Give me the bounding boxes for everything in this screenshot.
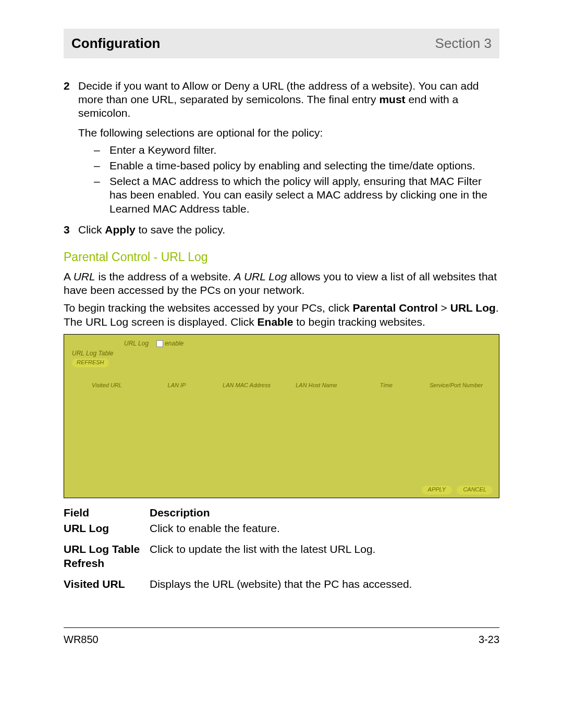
field-description-table: Field Description URL Log Click to enabl… [64,506,499,591]
table-header-desc: Description [150,506,499,520]
dash-mark: – [78,159,109,172]
desc-url-log-table-refresh: Click to update the list with the latest… [150,542,499,570]
refresh-button[interactable]: REFRESH [72,359,109,367]
field-visited-url: Visited URL [64,577,150,591]
step3-c: to save the policy. [136,224,225,236]
col-lan-ip: LAN IP [142,382,212,389]
step3-a: Click [78,224,105,236]
field-url-log-table-refresh: URL Log Table Refresh [64,542,150,570]
dash3-text: Select a MAC address to which the policy… [109,175,499,216]
col-lan-mac: LAN MAC Address [212,382,282,389]
desc-url-log: Click to enable the feature. [150,522,499,535]
field-url-log: URL Log [64,522,150,535]
col-service-port: Service/Port Number [421,382,491,389]
step-3: 3 Click Apply to save the policy. [64,223,499,237]
header-title: Configuration [71,35,160,52]
p1-b: URL [74,270,95,282]
url-log-screenshot: URL Log enable URL Log Table REFRESH Vis… [64,334,499,498]
p1-c: is the address of a website. [95,270,234,282]
enable-label: enable [165,340,183,347]
dash-mark: – [78,175,109,216]
step2-options-intro: The following selections are optional fo… [78,126,499,140]
section-p1: A URL is the address of a website. A URL… [64,270,499,298]
step-number: 3 [64,223,78,237]
header-section: Section 3 [435,35,492,52]
step-2: 2 Decide if you want to Allow or Deny a … [64,79,499,218]
dash-item: –Enter a Keyword filter. [78,143,499,157]
p2-c: > [438,302,450,314]
checkbox-icon [156,340,163,347]
step2-text-must: must [379,93,405,105]
desc-visited-url: Displays the URL (website) that the PC h… [150,577,499,591]
panel-column-headers: Visited URL LAN IP LAN MAC Address LAN H… [72,382,491,389]
p1-d: A URL Log [234,270,287,282]
footer-model: WR850 [64,633,99,646]
col-visited-url: Visited URL [72,382,142,389]
p2-d: URL Log [450,302,496,314]
p2-a: To begin tracking the websites accessed … [64,302,352,314]
dash-item: –Select a MAC address to which the polic… [78,175,499,216]
step-number: 2 [64,79,78,218]
p2-b: Parental Control [352,302,437,314]
dash1-text: Enter a Keyword filter. [109,143,499,157]
p2-g: to begin tracking websites. [293,316,425,328]
dash-mark: – [78,143,109,157]
apply-button[interactable]: APPLY [422,486,452,495]
panel-url-log-label: URL Log [124,340,149,348]
p1-a: A [64,270,74,282]
page-header: Configuration Section 3 [64,29,499,58]
section-p2: To begin tracking the websites accessed … [64,301,499,329]
footer-page: 3-23 [479,633,499,646]
table-header-field: Field [64,506,150,520]
col-lan-host: LAN Host Name [282,382,351,389]
page-footer: WR850 3-23 [64,627,499,646]
section-title: Parental Control - URL Log [64,250,499,265]
col-time: Time [351,382,421,389]
panel-url-log-table-label: URL Log Table [72,350,491,357]
enable-checkbox[interactable]: enable [156,340,183,348]
p2-f: Enable [258,316,293,328]
step3-apply: Apply [105,224,135,236]
cancel-button[interactable]: CANCEL [457,486,493,495]
dash2-text: Enable a time-based policy by enabling a… [109,159,499,172]
dash-item: –Enable a time-based policy by enabling … [78,159,499,172]
